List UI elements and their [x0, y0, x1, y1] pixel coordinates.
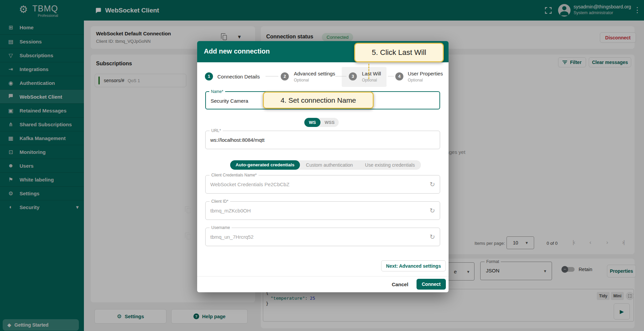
url-field-label: URL*	[210, 128, 223, 133]
ws-scheme-toggle: WS WSS	[304, 118, 339, 127]
tab-auto-generated-credentials[interactable]: Auto-generated credentials	[230, 160, 300, 170]
step-3-optional: Optional	[362, 78, 377, 82]
url-field[interactable]: URL* ws://localhost:8084/mqtt	[205, 131, 440, 149]
step-connector	[388, 76, 394, 76]
copy-icon[interactable]	[187, 208, 191, 213]
step-4-optional: Optional	[408, 78, 423, 82]
step-connector	[335, 76, 346, 76]
annotation-set-connection-name: 4. Set connection Name	[263, 92, 374, 109]
step-2-circle[interactable]: 2	[281, 72, 289, 80]
step-4-circle[interactable]: 4	[395, 72, 403, 80]
annotation-connector-line	[368, 64, 369, 79]
connect-button[interactable]: Connect	[417, 279, 446, 290]
step-3-circle[interactable]: 3	[349, 72, 357, 80]
client-credentials-name-field[interactable]: Client Credentials Name* WebSocket Crede…	[205, 175, 440, 194]
username-field[interactable]: Username tbmq_un_7Hrcrq52 ↻	[205, 228, 440, 246]
refresh-icon[interactable]: ↻	[430, 180, 435, 188]
step-3-label[interactable]: Last Will	[362, 71, 381, 76]
cancel-button[interactable]: Cancel	[390, 279, 410, 290]
copy-icon[interactable]	[187, 234, 191, 239]
tab-use-existing-credentials[interactable]: Use existing credentials	[359, 160, 421, 170]
annotation-click-last-will: 5. Click Last Will	[354, 43, 444, 62]
step-lastwill-highlight	[342, 67, 387, 87]
step-2-label[interactable]: Advanced settings	[294, 71, 335, 76]
credentials-tabs: Auto-generated credentials Custom authen…	[230, 160, 421, 170]
step-connector	[266, 76, 278, 76]
ws-option[interactable]: WS	[304, 118, 320, 127]
refresh-icon[interactable]: ↻	[430, 233, 435, 241]
wss-option[interactable]: WSS	[320, 120, 339, 125]
dialog-title: Add new connection	[204, 47, 270, 55]
name-field-value: Security Camera	[211, 98, 248, 104]
step-1-circle[interactable]: 1	[205, 72, 213, 80]
add-connection-dialog: Add new connection 1 Connection Details …	[197, 41, 449, 292]
refresh-icon[interactable]: ↻	[430, 207, 435, 214]
url-field-value: ws://localhost:8084/mqtt	[210, 137, 265, 143]
step-2-optional: Optional	[294, 78, 309, 82]
tab-custom-authentication[interactable]: Custom authentication	[300, 160, 359, 170]
name-field-label: Name*	[209, 89, 225, 94]
client-id-field[interactable]: Client ID* tbmq_mZKcb0OH ↻	[205, 201, 440, 220]
next-advanced-settings-button[interactable]: Next: Advanced settings	[381, 260, 446, 271]
dialog-footer-divider	[197, 276, 449, 276]
step-4-label[interactable]: User Properties	[408, 71, 443, 76]
step-1-label[interactable]: Connection Details	[217, 74, 260, 79]
tbmq-websocket-client-page: ⚙ TBMQ Professional WebSocket Client sys…	[0, 0, 644, 331]
